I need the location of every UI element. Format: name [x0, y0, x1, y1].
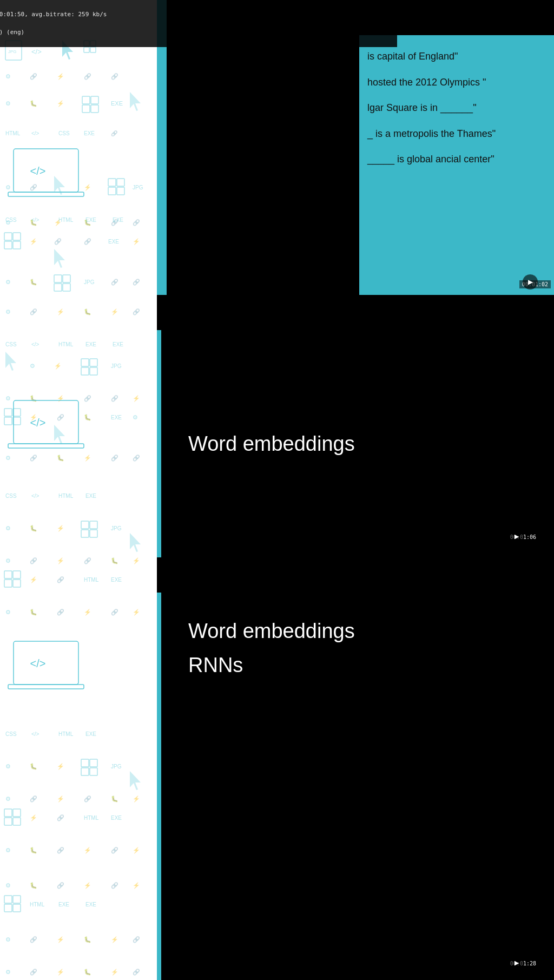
- svg-rect-191: [13, 904, 21, 912]
- svg-rect-42: [4, 233, 12, 240]
- svg-text:EXE: EXE: [85, 731, 96, 737]
- svg-text:🔗: 🔗: [84, 394, 91, 402]
- play-button-1[interactable]: ▶: [523, 274, 538, 290]
- svg-text:HTML: HTML: [84, 815, 99, 821]
- svg-text:⚡: ⚡: [57, 557, 64, 564]
- svg-text:HTML: HTML: [84, 577, 99, 583]
- file-info-line1: File: 01- Course Overview.mp4: [0, 1, 395, 10]
- svg-rect-148: [8, 685, 84, 689]
- svg-text:🔗: 🔗: [133, 968, 140, 976]
- svg-text:⚡: ⚡: [111, 308, 118, 315]
- svg-text:🔗: 🔗: [30, 557, 37, 564]
- svg-text:⚙: ⚙: [5, 795, 11, 802]
- svg-rect-57: [63, 284, 70, 291]
- svg-text:⚙: ⚙: [5, 455, 11, 461]
- svg-text:🐛: 🐛: [111, 557, 118, 564]
- quiz-item-1: is capital of England": [367, 46, 546, 68]
- svg-text:⚡: ⚡: [57, 795, 64, 803]
- svg-text:🐛: 🐛: [84, 308, 91, 315]
- svg-text:🔗: 🔗: [30, 454, 37, 462]
- svg-rect-63: [8, 192, 84, 196]
- svg-text:⚙: ⚙: [5, 184, 11, 190]
- svg-text:⚡: ⚡: [84, 454, 91, 462]
- svg-rect-18: [82, 105, 90, 113]
- svg-rect-34: [117, 187, 124, 195]
- svg-text:HTML: HTML: [58, 217, 74, 223]
- svg-text:🔗: 🔗: [111, 882, 118, 889]
- svg-text:🔗: 🔗: [133, 936, 140, 943]
- svg-text:EXE: EXE: [111, 100, 123, 107]
- svg-text:⚙: ⚙: [5, 308, 11, 315]
- play-button-2[interactable]: ▶: [510, 529, 524, 543]
- svg-text:⚡: ⚡: [133, 608, 140, 616]
- cyan-strip-section4: [157, 850, 161, 980]
- svg-rect-43: [13, 233, 21, 240]
- svg-text:🐛: 🐛: [30, 100, 37, 107]
- svg-rect-19: [91, 105, 98, 113]
- svg-text:⚙: ⚙: [5, 73, 11, 80]
- svg-rect-86: [90, 367, 97, 375]
- svg-rect-188: [4, 896, 12, 903]
- svg-text:HTML: HTML: [5, 130, 21, 136]
- svg-text:🔗: 🔗: [30, 936, 37, 943]
- svg-text:🐛: 🐛: [30, 524, 37, 532]
- svg-text:🐛: 🐛: [84, 936, 91, 943]
- svg-rect-97: [13, 417, 21, 425]
- svg-text:EXE: EXE: [113, 217, 123, 223]
- cyan-strip-section2: [157, 330, 161, 557]
- svg-marker-51: [54, 249, 65, 268]
- svg-marker-103: [54, 425, 65, 444]
- svg-text:🐛: 🐛: [57, 454, 64, 462]
- play-button-3[interactable]: ▶: [510, 956, 524, 970]
- svg-text:</>: </>: [31, 493, 39, 499]
- svg-marker-80: [5, 352, 16, 371]
- svg-text:🔗: 🔗: [111, 278, 118, 286]
- svg-rect-83: [81, 359, 89, 366]
- svg-text:</>: </>: [30, 657, 46, 669]
- svg-text:🔗: 🔗: [111, 608, 118, 616]
- svg-text:⚡: ⚡: [84, 882, 91, 889]
- svg-rect-110: [14, 400, 78, 444]
- quiz-item-5: _____ is global ancial center": [367, 149, 546, 170]
- svg-rect-169: [13, 809, 21, 817]
- svg-rect-55: [63, 275, 70, 282]
- svg-text:🔗: 🔗: [30, 968, 37, 976]
- svg-text:🔗: 🔗: [30, 308, 37, 315]
- svg-text:JPG: JPG: [8, 49, 17, 54]
- svg-text:🔗: 🔗: [57, 413, 64, 421]
- svg-text:⚡: ⚡: [57, 308, 64, 315]
- svg-text:🐛: 🐛: [30, 846, 37, 854]
- file-info-line4: Video: h264, yuv420p, 1280x720, 30.00 fp…: [0, 28, 395, 37]
- svg-text:HTML: HTML: [30, 902, 45, 907]
- svg-text:⚡: ⚡: [133, 394, 140, 402]
- svg-text:⚡: ⚡: [57, 524, 64, 532]
- svg-text:🔗: 🔗: [54, 238, 62, 245]
- svg-text:EXE: EXE: [111, 415, 122, 420]
- svg-text:⚡: ⚡: [84, 846, 91, 854]
- svg-rect-170: [4, 818, 12, 825]
- svg-text:⚡: ⚡: [57, 100, 64, 107]
- svg-text:🔗: 🔗: [111, 73, 118, 80]
- svg-text:🔗: 🔗: [30, 183, 37, 191]
- quiz-text-2: hosted the 2012 Olympics ": [367, 77, 486, 88]
- section-word-embeddings: Word embeddings: [161, 330, 554, 557]
- svg-rect-94: [4, 409, 12, 416]
- svg-text:CSS: CSS: [5, 493, 17, 499]
- svg-text:🔗: 🔗: [57, 814, 64, 821]
- svg-text:🔗: 🔗: [111, 394, 118, 402]
- tech-icon-pattern: JPG </> ⚙ 🔗 ⚡ 🔗 🔗 ⚙ 🐛 ⚡: [0, 0, 157, 980]
- svg-text:⚙: ⚙: [30, 363, 35, 369]
- svg-rect-95: [13, 409, 21, 416]
- section-word-embeddings-rnns: Word embeddings RNNs: [161, 593, 554, 820]
- svg-rect-190: [4, 904, 12, 912]
- svg-text:JPG: JPG: [111, 525, 122, 531]
- svg-text:CSS: CSS: [5, 341, 17, 347]
- svg-text:⚙: ⚙: [5, 609, 11, 615]
- svg-text:🐛: 🐛: [30, 394, 37, 402]
- svg-text:⚡: ⚡: [133, 846, 140, 854]
- svg-text:</>: </>: [31, 341, 39, 347]
- svg-text:🔗: 🔗: [30, 73, 37, 80]
- video-frame-1: [167, 35, 359, 287]
- svg-text:⚡: ⚡: [111, 968, 118, 976]
- svg-rect-157: [90, 759, 97, 767]
